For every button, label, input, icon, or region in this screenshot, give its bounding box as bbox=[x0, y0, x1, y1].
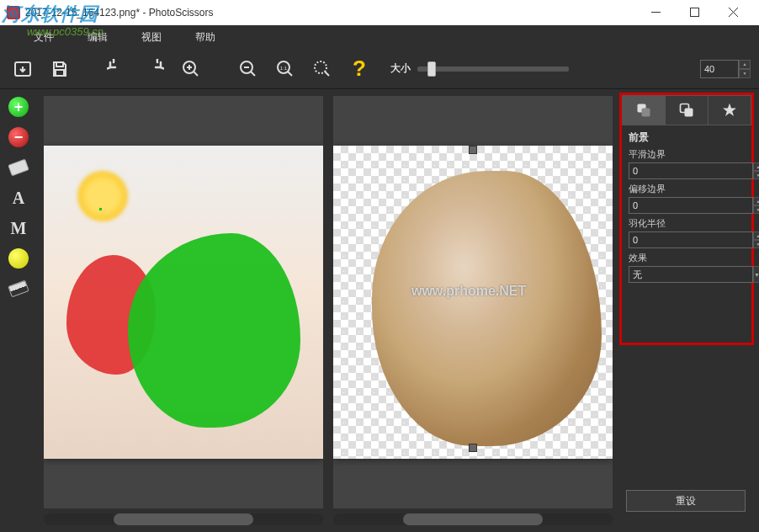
zoom-in-button[interactable] bbox=[177, 55, 205, 83]
svg-rect-0 bbox=[690, 8, 698, 17]
help-button[interactable]: ? bbox=[345, 55, 374, 83]
preview-watermark: www.prhome.NET bbox=[411, 284, 526, 299]
spin-up-icon[interactable]: ▲ bbox=[739, 60, 751, 69]
crop-handle-top[interactable] bbox=[469, 146, 477, 154]
right-scrollbar[interactable] bbox=[333, 513, 613, 525]
manual-button[interactable]: M bbox=[6, 215, 31, 241]
menu-edit[interactable]: 编辑 bbox=[88, 30, 108, 45]
foreground-mark bbox=[128, 233, 301, 428]
svg-rect-10 bbox=[642, 109, 650, 117]
zoom-actual-button[interactable]: 1:1 bbox=[271, 55, 300, 83]
tab-background[interactable] bbox=[666, 96, 709, 125]
source-canvas[interactable] bbox=[44, 96, 323, 508]
spin-down-icon[interactable]: ▼ bbox=[739, 69, 751, 78]
svg-rect-2 bbox=[56, 62, 63, 66]
eraser-button[interactable] bbox=[6, 155, 31, 180]
left-toolbar: + − A M bbox=[0, 89, 37, 532]
result-canvas[interactable]: www.prhome.NET bbox=[333, 96, 613, 508]
background-marker-button[interactable]: − bbox=[6, 125, 31, 150]
save-button[interactable] bbox=[45, 55, 74, 83]
menubar: 文件 编辑 视图 帮助 bbox=[0, 25, 759, 49]
brush-size-input[interactable] bbox=[700, 60, 739, 78]
dropdown-icon[interactable]: ▼ bbox=[753, 266, 759, 283]
redo-button[interactable] bbox=[140, 55, 168, 83]
foreground-marker-button[interactable]: + bbox=[6, 94, 31, 120]
brush-size-slider[interactable] bbox=[417, 66, 569, 72]
close-button[interactable] bbox=[714, 0, 752, 25]
svg-text:1:1: 1:1 bbox=[280, 66, 288, 71]
left-scrollbar[interactable] bbox=[44, 513, 323, 525]
svg-rect-12 bbox=[685, 109, 693, 117]
effect-select[interactable] bbox=[629, 266, 753, 283]
brush-size-value[interactable]: ▲▼ bbox=[700, 60, 751, 78]
panel-heading: 前景 bbox=[629, 130, 745, 145]
brush-size-label: 大小 bbox=[390, 61, 411, 76]
tab-foreground[interactable] bbox=[623, 96, 666, 125]
menu-file[interactable]: 文件 bbox=[34, 30, 54, 45]
effect-label: 效果 bbox=[629, 252, 745, 264]
offset-label: 偏移边界 bbox=[629, 183, 745, 195]
right-panel: 前景 平滑边界 ▲▼ 偏移边界 ▲▼ 羽化半径 ▲▼ 效果 ▼ bbox=[619, 93, 754, 345]
spin-down-icon[interactable]: ▼ bbox=[753, 171, 759, 179]
reset-button[interactable]: 重设 bbox=[626, 490, 746, 512]
minimize-button[interactable] bbox=[636, 0, 675, 25]
feather-input[interactable] bbox=[629, 231, 753, 248]
zoom-fit-button[interactable] bbox=[308, 55, 337, 83]
open-button[interactable] bbox=[8, 55, 37, 83]
spin-up-icon[interactable]: ▲ bbox=[753, 231, 759, 240]
smooth-label: 平滑边界 bbox=[629, 148, 745, 161]
window-title: 2017-12-15_164123.png* - PhotoScissors bbox=[25, 7, 636, 19]
spin-down-icon[interactable]: ▼ bbox=[753, 205, 759, 214]
auto-button[interactable]: A bbox=[6, 185, 31, 210]
zoom-out-button[interactable] bbox=[234, 55, 263, 83]
app-icon bbox=[7, 6, 20, 19]
undo-button[interactable] bbox=[103, 55, 131, 83]
cutout-preview bbox=[372, 171, 601, 447]
tab-effects[interactable] bbox=[709, 96, 751, 125]
spin-up-icon[interactable]: ▲ bbox=[753, 197, 759, 205]
svg-point-8 bbox=[315, 61, 326, 73]
spin-up-icon[interactable]: ▲ bbox=[753, 162, 759, 171]
yellow-marker-button[interactable] bbox=[6, 246, 31, 271]
menu-view[interactable]: 视图 bbox=[141, 30, 162, 45]
spin-down-icon[interactable]: ▼ bbox=[753, 240, 759, 248]
decorative-blur bbox=[77, 171, 128, 221]
smooth-input[interactable] bbox=[629, 162, 753, 179]
feather-label: 羽化半径 bbox=[629, 217, 745, 230]
offset-input[interactable] bbox=[629, 197, 753, 214]
crop-handle-bottom[interactable] bbox=[469, 444, 477, 452]
toolbar: 1:1 ? 大小 ▲▼ bbox=[0, 49, 759, 89]
menu-help[interactable]: 帮助 bbox=[195, 30, 215, 45]
maximize-button[interactable] bbox=[675, 0, 714, 25]
titlebar: 2017-12-15_164123.png* - PhotoScissors bbox=[0, 0, 759, 25]
eraser2-button[interactable] bbox=[6, 276, 31, 301]
svg-rect-3 bbox=[56, 70, 64, 76]
